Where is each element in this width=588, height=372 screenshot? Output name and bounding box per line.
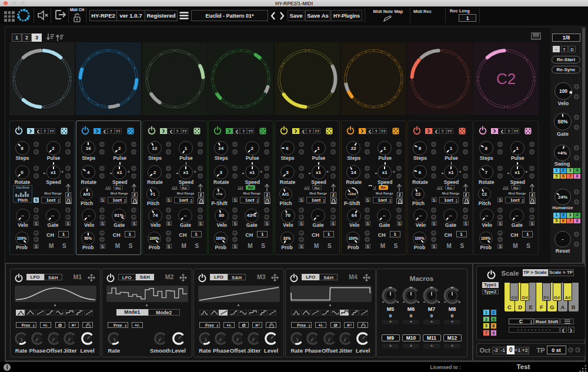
svg-text:C2: C2: [496, 70, 516, 88]
